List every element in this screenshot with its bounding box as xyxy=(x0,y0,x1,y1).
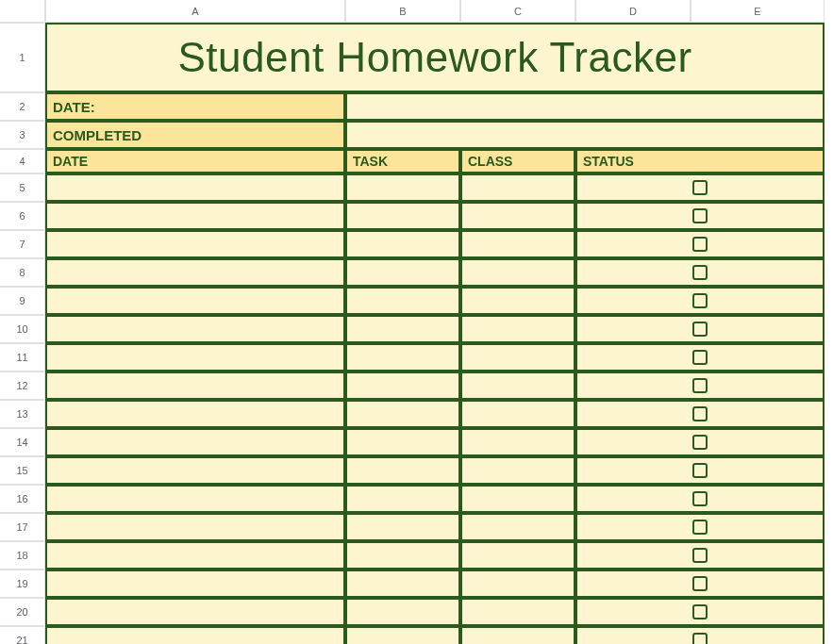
cell-date[interactable] xyxy=(45,428,345,456)
cell-date[interactable] xyxy=(45,258,345,287)
cell-date[interactable] xyxy=(45,541,345,570)
cell-task[interactable] xyxy=(345,287,460,315)
cell-status[interactable] xyxy=(575,315,825,343)
row-header-4[interactable]: 4 xyxy=(0,149,45,173)
row-header-6[interactable]: 6 xyxy=(0,202,45,230)
checkbox-icon[interactable] xyxy=(692,293,708,308)
cell-class[interactable] xyxy=(460,570,575,598)
cell-status[interactable] xyxy=(575,343,825,372)
cell-date[interactable] xyxy=(45,343,345,372)
checkbox-icon[interactable] xyxy=(692,576,708,591)
cell-class[interactable] xyxy=(460,315,575,343)
row-header-2[interactable]: 2 xyxy=(0,92,45,121)
checkbox-icon[interactable] xyxy=(692,520,708,535)
cell-status[interactable] xyxy=(575,626,825,644)
cell-date[interactable] xyxy=(45,400,345,428)
cell-status[interactable] xyxy=(575,230,825,258)
cell-class[interactable] xyxy=(460,258,575,287)
cell-task[interactable] xyxy=(345,315,460,343)
cell-task[interactable] xyxy=(345,343,460,372)
cell-class[interactable] xyxy=(460,400,575,428)
title-cell[interactable]: Student Homework Tracker xyxy=(45,23,825,92)
cell-task[interactable] xyxy=(345,230,460,258)
cell-status[interactable] xyxy=(575,372,825,400)
header-date[interactable]: DATE xyxy=(45,149,345,173)
column-header-A[interactable]: A xyxy=(45,0,345,23)
cell-status[interactable] xyxy=(575,570,825,598)
cell-task[interactable] xyxy=(345,428,460,456)
cell-date[interactable] xyxy=(45,230,345,258)
cell-status[interactable] xyxy=(575,202,825,230)
cell-class[interactable] xyxy=(460,626,575,644)
checkbox-icon[interactable] xyxy=(692,180,708,195)
row-header-9[interactable]: 9 xyxy=(0,287,45,315)
cell-status[interactable] xyxy=(575,485,825,513)
cell-task[interactable] xyxy=(345,541,460,570)
cell-task[interactable] xyxy=(345,173,460,202)
completed-label-cell[interactable]: COMPLETED xyxy=(45,121,345,149)
checkbox-icon[interactable] xyxy=(692,322,708,337)
cell-status[interactable] xyxy=(575,428,825,456)
cell-status[interactable] xyxy=(575,173,825,202)
checkbox-icon[interactable] xyxy=(692,463,708,478)
cell-task[interactable] xyxy=(345,372,460,400)
cell-task[interactable] xyxy=(345,258,460,287)
row-header-15[interactable]: 15 xyxy=(0,456,45,485)
cell-date[interactable] xyxy=(45,287,345,315)
cell-status[interactable] xyxy=(575,513,825,541)
cell-task[interactable] xyxy=(345,456,460,485)
row-header-11[interactable]: 11 xyxy=(0,343,45,372)
header-class[interactable]: CLASS xyxy=(460,149,575,173)
cell-status[interactable] xyxy=(575,287,825,315)
cell-task[interactable] xyxy=(345,485,460,513)
checkbox-icon[interactable] xyxy=(692,633,708,644)
row-header-8[interactable]: 8 xyxy=(0,258,45,287)
cell-status[interactable] xyxy=(575,400,825,428)
header-status[interactable]: STATUS xyxy=(575,149,825,173)
date-value-cell[interactable] xyxy=(345,92,825,121)
row-header-18[interactable]: 18 xyxy=(0,541,45,570)
cell-date[interactable] xyxy=(45,202,345,230)
checkbox-icon[interactable] xyxy=(692,208,708,223)
row-header-14[interactable]: 14 xyxy=(0,428,45,456)
cell-task[interactable] xyxy=(345,570,460,598)
cell-status[interactable] xyxy=(575,258,825,287)
cell-class[interactable] xyxy=(460,428,575,456)
cell-task[interactable] xyxy=(345,202,460,230)
row-header-1[interactable]: 1 xyxy=(0,23,45,92)
cell-class[interactable] xyxy=(460,541,575,570)
checkbox-icon[interactable] xyxy=(692,435,708,450)
row-header-13[interactable]: 13 xyxy=(0,400,45,428)
row-header-5[interactable]: 5 xyxy=(0,173,45,202)
column-header-C[interactable]: C xyxy=(460,0,575,23)
row-header-7[interactable]: 7 xyxy=(0,230,45,258)
column-header-B[interactable]: B xyxy=(345,0,460,23)
row-header-19[interactable]: 19 xyxy=(0,570,45,598)
header-task[interactable]: TASK xyxy=(345,149,460,173)
cell-task[interactable] xyxy=(345,626,460,644)
cell-date[interactable] xyxy=(45,173,345,202)
checkbox-icon[interactable] xyxy=(692,548,708,563)
cell-class[interactable] xyxy=(460,513,575,541)
cell-date[interactable] xyxy=(45,570,345,598)
checkbox-icon[interactable] xyxy=(692,604,708,619)
row-header-16[interactable]: 16 xyxy=(0,485,45,513)
checkbox-icon[interactable] xyxy=(692,350,708,365)
cell-date[interactable] xyxy=(45,372,345,400)
cell-date[interactable] xyxy=(45,315,345,343)
row-header-17[interactable]: 17 xyxy=(0,513,45,541)
cell-task[interactable] xyxy=(345,513,460,541)
cell-task[interactable] xyxy=(345,400,460,428)
checkbox-icon[interactable] xyxy=(692,491,708,506)
cell-status[interactable] xyxy=(575,541,825,570)
cell-class[interactable] xyxy=(460,372,575,400)
checkbox-icon[interactable] xyxy=(692,406,708,421)
checkbox-icon[interactable] xyxy=(692,237,708,252)
row-header-10[interactable]: 10 xyxy=(0,315,45,343)
cell-status[interactable] xyxy=(575,598,825,626)
cell-class[interactable] xyxy=(460,485,575,513)
completed-value-cell[interactable] xyxy=(345,121,825,149)
cell-class[interactable] xyxy=(460,287,575,315)
cell-class[interactable] xyxy=(460,202,575,230)
checkbox-icon[interactable] xyxy=(692,265,708,280)
